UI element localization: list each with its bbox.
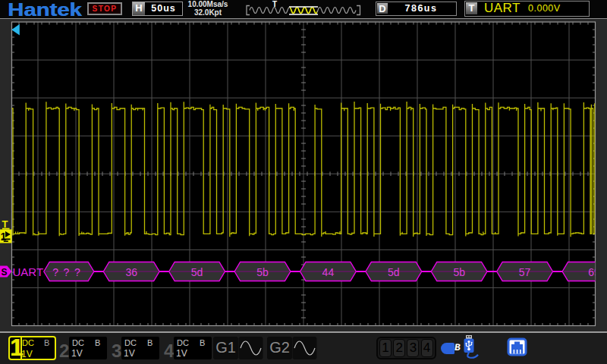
svg-text:T: T	[272, 0, 277, 8]
svg-text:57: 57	[519, 266, 531, 278]
svg-text:? ? ?: ? ? ?	[52, 266, 80, 278]
svg-text:UART: UART	[13, 265, 44, 278]
svg-text:69: 69	[588, 266, 600, 278]
svg-text:5b: 5b	[256, 266, 269, 278]
svg-text:5d: 5d	[388, 266, 400, 278]
svg-text:S: S	[2, 267, 8, 278]
svg-text:5b: 5b	[453, 266, 465, 278]
svg-text:5d: 5d	[191, 266, 203, 278]
svg-text:36: 36	[125, 266, 137, 278]
svg-text:44: 44	[322, 266, 335, 278]
